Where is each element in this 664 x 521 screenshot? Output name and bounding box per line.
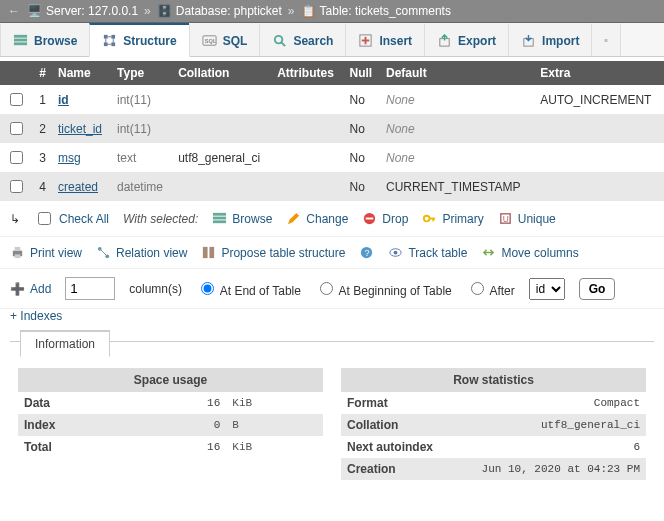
relation-view[interactable]: Relation view (96, 245, 187, 260)
drop-icon (362, 211, 377, 226)
space-value: 16 (150, 436, 227, 458)
table-row: 1idint(11)NoNoneAUTO_INCREMENT (0, 85, 664, 114)
tab-search[interactable]: Search (259, 23, 346, 56)
propose-structure[interactable]: Propose table structure (201, 245, 345, 260)
breadcrumb: ← 🖥️ Server: 127.0.0.1 » 🗄️ Database: ph… (0, 0, 664, 23)
check-all[interactable]: Check All (34, 209, 109, 228)
column-name[interactable]: msg (52, 143, 111, 172)
sql-icon: SQL (202, 33, 217, 48)
col-type[interactable]: Type (111, 61, 172, 85)
column-attributes (271, 143, 343, 172)
tab-sql[interactable]: SQL SQL (189, 23, 261, 56)
space-value: 0 (150, 414, 227, 436)
action-change[interactable]: Change (286, 211, 348, 226)
stat-value: Jun 10, 2020 at 04:23 PM (452, 458, 646, 480)
add-column-link[interactable]: ➕ Add (10, 282, 51, 296)
col-collation[interactable]: Collation (172, 61, 271, 85)
column-attributes (271, 172, 343, 201)
column-name[interactable]: ticket_id (52, 114, 111, 143)
space-unit: KiB (226, 436, 323, 458)
with-selected-label: With selected: (123, 212, 198, 226)
svg-point-24 (424, 216, 430, 222)
browse-icon (212, 211, 227, 226)
insert-icon (358, 33, 373, 48)
back-arrow-icon[interactable]: ← (8, 4, 20, 18)
action-unique[interactable]: U Unique (498, 211, 556, 226)
column-extra (534, 114, 664, 143)
structure-icon (102, 33, 117, 48)
action-drop[interactable]: Drop (362, 211, 408, 226)
pos-end[interactable]: At End of Table (196, 279, 301, 298)
col-extra[interactable]: Extra (534, 61, 664, 85)
svg-rect-5 (104, 42, 108, 46)
add-columns-bar: ➕ Add column(s) At End of Table At Begin… (0, 269, 664, 309)
breadcrumb-table[interactable]: Table: tickets_comments (320, 4, 451, 18)
svg-text:?: ? (365, 248, 370, 258)
tab-export[interactable]: Export (424, 23, 509, 56)
stat-key: Format (341, 392, 452, 414)
svg-rect-2 (14, 42, 27, 45)
breadcrumb-server[interactable]: Server: 127.0.0.1 (46, 4, 138, 18)
column-collation (172, 85, 271, 114)
go-button[interactable]: Go (579, 278, 616, 300)
stat-key: Collation (341, 414, 452, 436)
space-key: Total (18, 436, 150, 458)
table-row: 4createddatetimeNoCURRENT_TIMESTAMP (0, 172, 664, 201)
col-name[interactable]: Name (52, 61, 111, 85)
column-null: No (344, 143, 381, 172)
svg-rect-35 (203, 247, 208, 258)
move-columns[interactable]: Move columns (481, 245, 578, 260)
pos-begin[interactable]: At Beginning of Table (315, 279, 452, 298)
check-all-checkbox[interactable] (38, 212, 51, 225)
col-null[interactable]: Null (344, 61, 381, 85)
stat-key: Next autoindex (341, 436, 452, 458)
tab-more[interactable] (591, 23, 621, 56)
print-icon (10, 245, 25, 260)
track-table[interactable]: Track table (388, 245, 467, 260)
add-column-count[interactable] (65, 277, 115, 300)
space-unit: B (226, 414, 323, 436)
row-checkbox[interactable] (10, 180, 23, 193)
space-usage-title: Space usage (18, 368, 323, 392)
svg-point-9 (275, 36, 283, 44)
browse-icon (13, 33, 28, 48)
space-usage-box: Space usage Data16KiBIndex0BTotal16KiB (18, 368, 323, 480)
tab-structure[interactable]: Structure (89, 23, 189, 57)
print-view[interactable]: Print view (10, 245, 82, 260)
action-browse[interactable]: Browse (212, 211, 272, 226)
row-checkbox[interactable] (10, 122, 23, 135)
col-attributes[interactable]: Attributes (271, 61, 343, 85)
relation-icon (96, 245, 111, 260)
row-checkbox[interactable] (10, 93, 23, 106)
column-type: int(11) (111, 114, 172, 143)
tab-import[interactable]: Import (508, 23, 592, 56)
tab-browse[interactable]: Browse (0, 23, 90, 56)
col-num[interactable]: # (32, 61, 52, 85)
key-icon (422, 211, 437, 226)
after-field-select[interactable]: id (529, 278, 565, 300)
breadcrumb-database[interactable]: Database: phpticket (176, 4, 282, 18)
space-key: Data (18, 392, 150, 414)
import-icon (521, 33, 536, 48)
column-name[interactable]: created (52, 172, 111, 201)
row-checkbox[interactable] (10, 151, 23, 164)
svg-rect-19 (213, 213, 226, 216)
server-icon: 🖥️ (27, 4, 42, 18)
search-icon (272, 33, 287, 48)
col-default[interactable]: Default (380, 61, 534, 85)
eye-icon (388, 245, 403, 260)
row-number: 3 (32, 143, 52, 172)
svg-line-10 (282, 42, 286, 46)
tab-insert[interactable]: Insert (345, 23, 425, 56)
more-icon (604, 33, 608, 48)
help[interactable]: ? (359, 245, 374, 260)
svg-rect-0 (14, 35, 27, 38)
action-primary[interactable]: Primary (422, 211, 483, 226)
column-name[interactable]: id (52, 85, 111, 114)
svg-rect-4 (112, 35, 116, 39)
column-attributes (271, 85, 343, 114)
svg-rect-30 (15, 247, 21, 251)
with-selected-bar: ↳ Check All With selected: Browse Change… (0, 201, 664, 237)
pencil-icon (286, 211, 301, 226)
pos-after[interactable]: After (466, 279, 515, 298)
